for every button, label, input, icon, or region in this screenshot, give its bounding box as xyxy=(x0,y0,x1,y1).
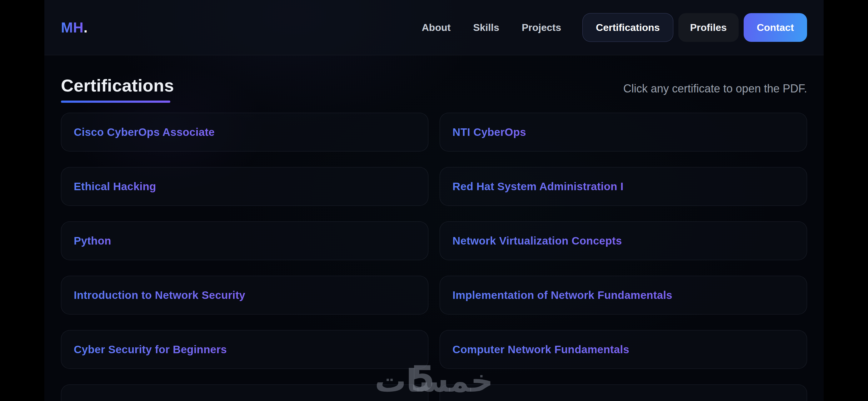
nav-item-about[interactable]: About xyxy=(413,22,459,33)
navbar: MH. AboutSkillsProjectsCertificationsPro… xyxy=(44,0,824,55)
certificate-card[interactable] xyxy=(440,385,807,401)
certificate-title: Ethical Hacking xyxy=(74,180,156,193)
certificate-card[interactable]: Cyber Security for Beginners xyxy=(61,330,428,369)
certificate-card[interactable]: Network Virtualization Concepts xyxy=(440,222,807,260)
certificate-card[interactable]: Ethical Hacking xyxy=(61,167,428,206)
certificate-title: Introduction to Network Security xyxy=(74,289,245,301)
nav-item-certifications[interactable]: Certifications xyxy=(582,13,673,42)
certificate-card[interactable]: Implementation of Network Fundamentals xyxy=(440,276,807,314)
page-header: Certifications Click any certificate to … xyxy=(61,75,807,103)
certificate-card[interactable]: Python xyxy=(61,222,428,260)
main-content: Certifications Click any certificate to … xyxy=(44,75,824,401)
page-title: Certifications xyxy=(61,75,174,96)
certificate-title: Computer Network Fundamentals xyxy=(453,343,629,356)
logo-text: MH xyxy=(61,20,84,36)
certificate-title: NTI CyberOps xyxy=(453,126,526,138)
certificate-title: Network Virtualization Concepts xyxy=(453,235,622,247)
certificate-card[interactable]: NTI CyberOps xyxy=(440,113,807,152)
certificate-card[interactable]: Cisco CyberOps Associate xyxy=(61,113,428,152)
nav-item-projects[interactable]: Projects xyxy=(513,22,570,33)
nav-item-skills[interactable]: Skills xyxy=(464,22,508,33)
certificate-title: Implementation of Network Fundamentals xyxy=(453,289,673,301)
certificate-card[interactable] xyxy=(61,385,428,401)
nav-item-profiles[interactable]: Profiles xyxy=(678,13,739,42)
certificate-card[interactable]: Introduction to Network Security xyxy=(61,276,428,314)
nav-menu: AboutSkillsProjectsCertificationsProfile… xyxy=(413,13,807,42)
certificate-title: Cyber Security for Beginners xyxy=(74,343,227,356)
logo[interactable]: MH. xyxy=(61,19,88,36)
certificate-title: Cisco CyberOps Associate xyxy=(74,126,215,138)
hint-text: Click any certificate to open the PDF. xyxy=(623,82,807,103)
title-block: Certifications xyxy=(61,75,174,103)
certificates-grid: Cisco CyberOps AssociateNTI CyberOpsEthi… xyxy=(61,113,807,401)
certificate-title: Red Hat System Administration I xyxy=(453,180,624,193)
certificate-title: Python xyxy=(74,235,111,247)
logo-dot: . xyxy=(84,20,88,36)
certificate-card[interactable]: Computer Network Fundamentals xyxy=(440,330,807,369)
screen: MH. AboutSkillsProjectsCertificationsPro… xyxy=(0,0,868,401)
certificate-card[interactable]: Red Hat System Administration I xyxy=(440,167,807,206)
nav-item-contact[interactable]: Contact xyxy=(744,13,807,42)
page-background: MH. AboutSkillsProjectsCertificationsPro… xyxy=(44,0,824,401)
title-underline xyxy=(61,101,170,103)
